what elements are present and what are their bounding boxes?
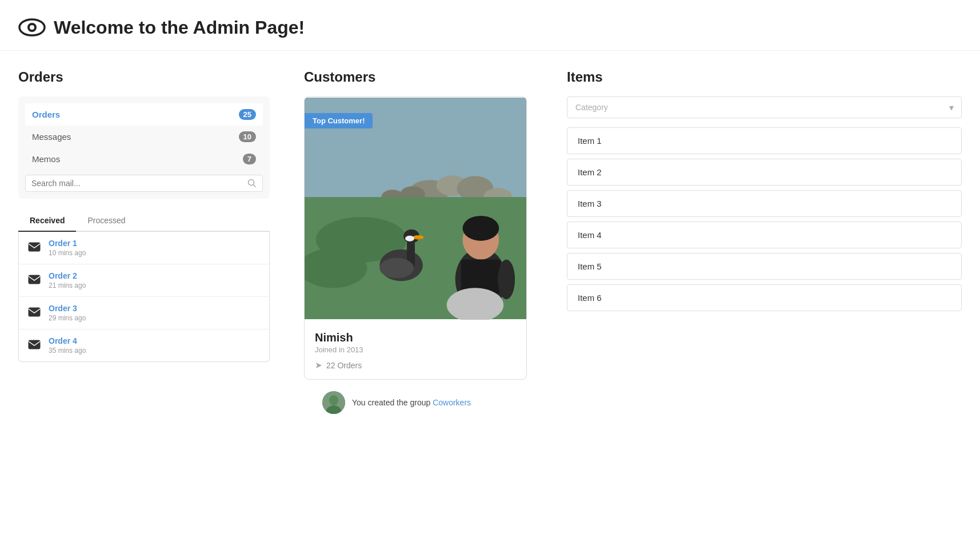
order-3-link[interactable]: Order 3 [49, 304, 86, 313]
notification-text: You created the group Coworkers [352, 398, 471, 407]
item-2[interactable]: Item 2 [567, 159, 962, 186]
envelope-icon-3 [28, 307, 41, 319]
item-4[interactable]: Item 4 [567, 222, 962, 248]
main-content: Orders Orders 25 Messages 10 Memos 7 [0, 51, 980, 444]
search-icon [247, 179, 257, 188]
order-1-link[interactable]: Order 1 [49, 239, 86, 248]
items-column: Items Category Item 1 Item 2 Item 3 Item… [567, 69, 962, 316]
order-item-3[interactable]: Order 3 29 mins ago [19, 297, 269, 329]
sidebar-item-memos-label: Memos [32, 154, 60, 164]
svg-point-25 [405, 236, 414, 242]
search-box[interactable] [25, 175, 263, 192]
customer-orders-count: 22 Orders [326, 361, 362, 370]
notification-bar: You created the group Coworkers [304, 380, 533, 425]
svg-rect-6 [29, 275, 40, 284]
customers-column: Customers [304, 69, 533, 425]
svg-rect-8 [29, 340, 40, 349]
customer-name: Nimish [315, 331, 516, 344]
svg-rect-7 [29, 308, 40, 316]
order-info-3: Order 3 29 mins ago [49, 304, 86, 322]
sidebar-item-messages[interactable]: Messages 10 [25, 126, 263, 148]
customer-photo [305, 97, 526, 320]
page-title: Welcome to the Admin Page! [54, 17, 305, 38]
envelope-icon-2 [28, 275, 41, 287]
memos-badge: 7 [243, 154, 256, 164]
order-4-time: 35 mins ago [49, 347, 86, 355]
search-input[interactable] [31, 179, 247, 188]
item-4-label: Item 4 [578, 230, 602, 240]
tab-processed[interactable]: Processed [76, 210, 137, 232]
category-select[interactable]: Category [567, 96, 962, 118]
svg-point-26 [379, 258, 414, 279]
item-3[interactable]: Item 3 [567, 190, 962, 217]
notification-prefix: You created the group [352, 398, 433, 407]
orders-list: Order 1 10 mins ago Order 2 21 mins ago [18, 232, 270, 362]
item-5[interactable]: Item 5 [567, 253, 962, 280]
orders-icon [315, 361, 323, 369]
order-info-1: Order 1 10 mins ago [49, 239, 86, 257]
order-info-2: Order 2 21 mins ago [49, 271, 86, 289]
customer-info: Nimish Joined in 2013 22 Orders [305, 322, 526, 379]
order-2-time: 21 mins ago [49, 281, 86, 289]
sidebar-item-orders[interactable]: Orders 25 [25, 103, 263, 126]
sidebar-item-memos[interactable]: Memos 7 [25, 148, 263, 170]
customer-card: Top Customer! Nimish Joined in 2013 22 O… [304, 96, 527, 380]
customer-image-wrap: Top Customer! [305, 97, 526, 322]
order-item-4[interactable]: Order 4 35 mins ago [19, 329, 269, 361]
order-info-4: Order 4 35 mins ago [49, 336, 86, 355]
item-6-label: Item 6 [578, 293, 602, 303]
item-5-label: Item 5 [578, 262, 602, 271]
order-item-1[interactable]: Order 1 10 mins ago [19, 232, 269, 264]
envelope-icon-4 [28, 340, 41, 352]
sidebar-item-messages-label: Messages [32, 132, 71, 142]
top-customer-badge: Top Customer! [305, 113, 373, 128]
items-section-title: Items [567, 69, 962, 85]
eye-icon [18, 14, 46, 41]
item-3-label: Item 3 [578, 199, 602, 208]
svg-point-34 [329, 395, 338, 405]
avatar-image [322, 391, 345, 414]
notif-avatar [322, 391, 345, 414]
item-1[interactable]: Item 1 [567, 127, 962, 154]
svg-rect-5 [29, 243, 40, 251]
svg-rect-24 [414, 236, 423, 238]
orders-badge: 25 [239, 109, 256, 120]
order-item-2[interactable]: Order 2 21 mins ago [19, 264, 269, 297]
svg-point-31 [498, 260, 515, 300]
svg-line-4 [254, 185, 256, 187]
item-6[interactable]: Item 6 [567, 284, 962, 311]
customers-section-title: Customers [304, 69, 533, 85]
order-2-link[interactable]: Order 2 [49, 271, 86, 280]
tab-received[interactable]: Received [18, 210, 76, 232]
item-1-label: Item 1 [578, 136, 602, 146]
order-3-time: 29 mins ago [49, 314, 86, 322]
envelope-icon-1 [28, 242, 41, 254]
category-select-wrap: Category [567, 96, 962, 118]
mail-sidebar: Orders 25 Messages 10 Memos 7 [18, 96, 270, 199]
orders-section-title: Orders [18, 69, 270, 85]
page-header: Welcome to the Admin Page! [0, 0, 980, 51]
customer-joined: Joined in 2013 [315, 345, 516, 354]
customer-orders: 22 Orders [315, 361, 516, 370]
svg-point-29 [463, 216, 499, 241]
orders-tabs: Received Processed [18, 210, 270, 232]
svg-point-2 [30, 25, 34, 30]
item-2-label: Item 2 [578, 167, 602, 177]
order-4-link[interactable]: Order 4 [49, 336, 86, 345]
messages-badge: 10 [239, 131, 256, 142]
order-1-time: 10 mins ago [49, 249, 86, 257]
sidebar-item-orders-label: Orders [32, 110, 60, 119]
orders-column: Orders Orders 25 Messages 10 Memos 7 [18, 69, 270, 362]
coworkers-link[interactable]: Coworkers [433, 398, 471, 407]
